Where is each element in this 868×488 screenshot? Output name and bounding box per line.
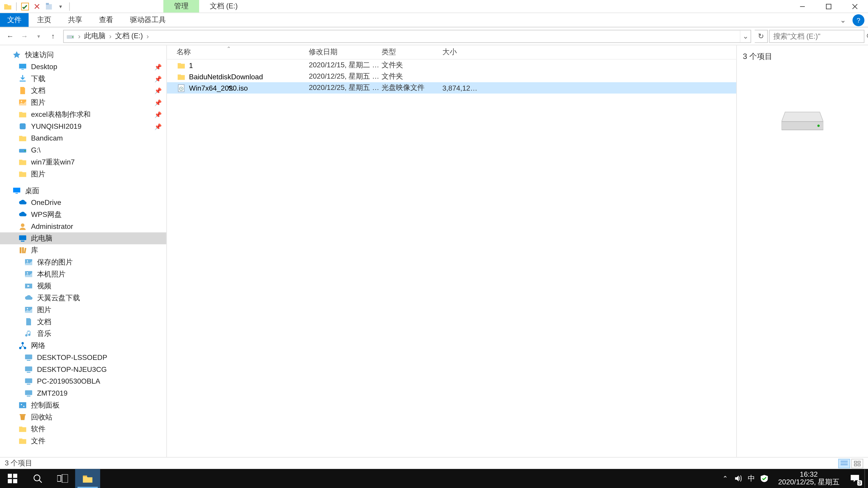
tree-quick-item-0[interactable]: Desktop📌 (0, 61, 166, 73)
file-row[interactable]: BaiduNetdiskDownload2020/12/25, 星期五 1...… (167, 71, 736, 82)
tree-network-item-3[interactable]: ZMT2019 (0, 387, 166, 399)
tree-desktop-item-1[interactable]: WPS网盘 (0, 208, 166, 221)
address-history-dropdown[interactable]: ⌄ (740, 30, 750, 42)
volume-icon[interactable] (732, 469, 745, 488)
tree-tail-item-0[interactable]: 控制面板 (0, 399, 166, 411)
tree-tail-item-1[interactable]: 回收站 (0, 411, 166, 423)
ribbon-tab-drive-tools[interactable]: 驱动器工具 (122, 13, 174, 27)
address-bar[interactable]: › 此电脑 › 文档 (E:) › ⌄ (63, 30, 751, 43)
pin-icon: 📌 (154, 75, 162, 82)
qat-dropdown-icon[interactable]: ▾ (55, 1, 66, 11)
file-row[interactable]: 12020/12/15, 星期二 1...文件夹 (167, 60, 736, 71)
cloud-icon (24, 293, 33, 303)
tree-network[interactable]: 网络 (0, 339, 166, 352)
tree-quick-item-7[interactable]: G:\ (0, 144, 166, 156)
chevron-right-icon[interactable]: › (77, 32, 82, 40)
tree-library-item-6[interactable]: 音乐 (0, 328, 166, 340)
task-view-button[interactable] (50, 469, 75, 488)
tree-library-item-0[interactable]: 保存的图片 (0, 256, 166, 268)
tree-desktop-item-4[interactable]: 库 (0, 244, 166, 256)
breadcrumb-drive[interactable]: 文档 (E:) (113, 31, 145, 41)
tree-desktop-item-3[interactable]: 此电脑 (0, 232, 166, 245)
start-button[interactable] (0, 469, 25, 488)
taskbar-clock[interactable]: 16:32 2020/12/25, 星期五 (772, 470, 845, 486)
taskbar-app-explorer[interactable] (75, 469, 100, 488)
tree-quick-item-4[interactable]: excel表格制作求和📌 (0, 108, 166, 121)
tree-quick-item-8[interactable]: win7重装win7 (0, 156, 166, 168)
action-center-button[interactable]: 3 (845, 469, 864, 488)
breadcrumb-this-pc[interactable]: 此电脑 (82, 31, 108, 41)
help-icon[interactable]: ? (852, 14, 864, 26)
file-row[interactable]: Win7x64_2020.iso2020/12/25, 星期五 1...光盘映像… (167, 82, 736, 94)
taskbar-search-button[interactable] (25, 469, 50, 488)
search-icon[interactable] (866, 33, 868, 40)
tree-quick-item-5[interactable]: YUNQISHI2019📌 (0, 121, 166, 132)
view-details-button[interactable] (838, 458, 850, 468)
svg-rect-18 (21, 240, 24, 241)
security-icon[interactable] (758, 469, 771, 488)
tree-library-item-3[interactable]: 天翼云盘下载 (0, 292, 166, 304)
tree-tail-item-2[interactable]: 软件 (0, 423, 166, 435)
svg-rect-50 (854, 461, 857, 463)
tree-quick-item-9[interactable]: 图片 (0, 168, 166, 180)
ribbon-expand-icon[interactable]: ⌄ (837, 13, 849, 27)
chevron-right-icon[interactable]: › (145, 32, 150, 40)
tree-desktop-item-2[interactable]: Administrator (0, 221, 166, 232)
tree-quick-item-3[interactable]: 图片📌 (0, 96, 166, 108)
tree-desktop[interactable]: 桌面 (0, 185, 166, 197)
qat-properties-icon[interactable] (20, 1, 30, 11)
tree-desktop-item-0[interactable]: OneDrive (0, 197, 166, 208)
ime-indicator[interactable]: 中 (745, 469, 758, 488)
tree-library-item-2[interactable]: 视频 (0, 280, 166, 292)
column-header-name[interactable]: 名称 ⌃ (167, 47, 299, 57)
qat-delete-icon[interactable]: ✕ (32, 1, 42, 11)
system-tray: ⌃ 中 (719, 469, 772, 488)
nav-forward-button[interactable]: → (18, 30, 31, 43)
tree-library-item-5[interactable]: 文档 (0, 316, 166, 328)
navigation-pane: 快速访问Desktop📌下载📌文档📌图片📌excel表格制作求和📌YUNQISH… (0, 45, 167, 457)
app-icon (2, 1, 13, 11)
view-large-icons-button[interactable] (851, 458, 863, 468)
tree-library-item-4[interactable]: 图片 (0, 304, 166, 316)
column-header-date[interactable]: 修改日期 (299, 47, 372, 57)
cloud-icon (18, 210, 27, 219)
tree-network-item-1[interactable]: DESKTOP-NJEU3CG (0, 363, 166, 376)
tree-quick-item-6[interactable]: Bandicam (0, 132, 166, 144)
search-input[interactable] (770, 32, 866, 40)
show-desktop-button[interactable] (864, 469, 868, 488)
maximize-button[interactable] (815, 0, 842, 13)
svg-rect-21 (24, 248, 26, 254)
refresh-button[interactable]: ↻ (755, 30, 768, 43)
minimize-button[interactable] (789, 0, 815, 13)
column-header-type[interactable]: 类型 (372, 47, 433, 57)
qat-new-folder-icon[interactable] (43, 1, 54, 11)
svg-point-49 (817, 125, 820, 127)
close-button[interactable] (842, 0, 868, 13)
tree-tail-item-3[interactable]: 文件 (0, 435, 166, 447)
ribbon-tab-view[interactable]: 查看 (91, 13, 122, 27)
nav-back-button[interactable]: ← (4, 30, 17, 43)
tree-network-item-2[interactable]: PC-20190530OBLA (0, 376, 166, 387)
tree-quick-item-2[interactable]: 文档📌 (0, 85, 166, 97)
tree-quick-access[interactable]: 快速访问 (0, 49, 166, 61)
column-header-row: 名称 ⌃ 修改日期 类型 大小 (167, 45, 736, 59)
tree-quick-item-1[interactable]: 下载📌 (0, 73, 166, 85)
ribbon-tab-file[interactable]: 文件 (0, 13, 29, 27)
ribbon-tab-share[interactable]: 共享 (60, 13, 91, 27)
nav-up-button[interactable]: ↑ (46, 30, 60, 43)
svg-point-28 (27, 308, 28, 309)
column-header-size[interactable]: 大小 (433, 47, 469, 57)
tree-network-item-0[interactable]: DESKTOP-LSSOEDP (0, 352, 166, 363)
tray-overflow-icon[interactable]: ⌃ (719, 469, 732, 488)
tree-item-label: 此电脑 (31, 233, 53, 243)
details-pane-caption: 3 个项目 (743, 51, 862, 62)
tree-library-item-1[interactable]: 本机照片 (0, 268, 166, 280)
svg-rect-33 (27, 360, 31, 361)
nav-history-dropdown[interactable]: ▾ (32, 30, 45, 43)
taskbar: ⌃ 中 16:32 2020/12/25, 星期五 3 (0, 469, 868, 488)
search-box[interactable] (769, 30, 864, 43)
chevron-right-icon[interactable]: › (108, 32, 113, 40)
context-tab-manage[interactable]: 管理 (163, 0, 199, 12)
file-type: 光盘映像文件 (381, 83, 442, 93)
ribbon-tab-home[interactable]: 主页 (29, 13, 60, 27)
